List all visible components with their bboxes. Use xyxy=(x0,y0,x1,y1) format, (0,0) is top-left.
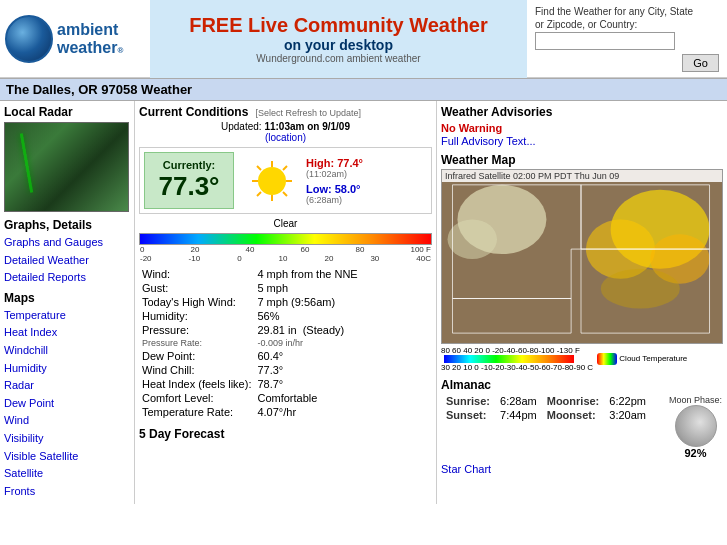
currently-box: Currently: 77.3° xyxy=(144,152,234,209)
scale-gradient xyxy=(444,355,574,363)
table-row: Temperature Rate: 4.07°/hr xyxy=(139,405,432,419)
currently-temp: 77.3° xyxy=(153,171,225,202)
scale-c-row: 30 20 10 0 -10-20-30-40-50-60-70-80-90 C xyxy=(441,363,593,372)
logo-ambient: ambient xyxy=(57,21,123,39)
logo-globe-icon xyxy=(5,15,53,63)
sidebar-link-temperature[interactable]: Temperature xyxy=(4,307,130,325)
moonset-value: 3:20am xyxy=(604,408,651,422)
sidebar-link-fronts[interactable]: Fronts xyxy=(4,483,130,501)
table-row: Sunrise: 6:28am Moonrise: 6:22pm xyxy=(441,394,651,408)
banner-area: FREE Live Community Weather on your desk… xyxy=(150,0,527,78)
almanac-box: Sunrise: 6:28am Moonrise: 6:22pm Sunset:… xyxy=(441,394,723,459)
sidebar-link-detailed-weather[interactable]: Detailed Weather xyxy=(4,252,130,270)
wind-label: Wind: xyxy=(139,267,254,281)
sidebar-link-detailed-reports[interactable]: Detailed Reports xyxy=(4,269,130,287)
table-row: Pressure:Pressure Rate: 29.81 in (Steady… xyxy=(139,323,432,349)
sun-icon xyxy=(250,159,294,203)
almanac-data: Sunrise: 6:28am Moonrise: 6:22pm Sunset:… xyxy=(441,394,664,422)
find-label: Find the Weather for any City, State xyxy=(535,6,719,17)
svg-line-6 xyxy=(283,192,287,196)
high-wind-label: Today's High Wind: xyxy=(139,295,254,309)
banner-line2: on your desktop xyxy=(189,37,488,53)
sidebar-link-wind[interactable]: Wind xyxy=(4,412,130,430)
almanac-title: Almanac xyxy=(441,378,723,392)
star-chart-link[interactable]: Star Chart xyxy=(441,463,723,475)
sunset-value: 7:44pm xyxy=(495,408,542,422)
heat-index-label: Heat Index (feels like): xyxy=(139,377,254,391)
table-row: Sunset: 7:44pm Moonset: 3:20am xyxy=(441,408,651,422)
pressure-rate-value: -0.009 in/hr xyxy=(257,338,303,348)
conditions-box: Currently: 77.3° High: 77.4° (11: xyxy=(139,147,432,214)
go-button[interactable]: Go xyxy=(682,54,719,72)
high-time: (11:02am) xyxy=(306,169,363,179)
sidebar-link-visibility[interactable]: Visibility xyxy=(4,430,130,448)
updated-line: Updated: 11:03am on 9/1/09 xyxy=(139,121,432,132)
moon-container: Moon Phase: 92% xyxy=(668,394,723,459)
pressure-rate-label: Pressure Rate: xyxy=(142,338,202,348)
sky-condition: Clear xyxy=(139,218,432,229)
temp-rate-label: Temperature Rate: xyxy=(139,405,254,419)
dewpoint-value: 60.4° xyxy=(254,349,432,363)
high-temp: High: 77.4° xyxy=(306,157,363,169)
graphs-title: Graphs, Details xyxy=(4,218,130,232)
low-temp: Low: 58.0° xyxy=(306,183,363,195)
sidebar-link-visible-satellite[interactable]: Visible Satellite xyxy=(4,448,130,466)
svg-point-0 xyxy=(258,167,286,195)
conditions-title: Current Conditions xyxy=(139,105,248,119)
temp-rate-value: 4.07°/hr xyxy=(254,405,432,419)
windchill-label: Wind Chill: xyxy=(139,363,254,377)
cloud-temp-labels: Cloud Temperature xyxy=(597,353,687,365)
dewpoint-label: Dew Point: xyxy=(139,349,254,363)
pressure-value: 29.81 in (Steady)-0.009 in/hr xyxy=(254,323,432,349)
logo-weather: weather® xyxy=(57,39,123,57)
sidebar-link-radar[interactable]: Radar xyxy=(4,377,130,395)
map-overlay-title: Infrared Satellite 02:00 PM PDT Thu Jun … xyxy=(442,170,722,182)
banner-brands: Wunderground.com ambient weather xyxy=(189,53,488,64)
temp-label: Temperature xyxy=(642,354,687,363)
full-advisory-link[interactable]: Full Advisory Text... xyxy=(441,135,723,147)
city-title: The Dalles, OR 97058 Weather xyxy=(6,82,192,97)
sidebar-link-graphs-gauges[interactable]: Graphs and Gauges xyxy=(4,234,130,252)
moonrise-value: 6:22pm xyxy=(604,394,651,408)
moon-phase-label: Moon Phase: xyxy=(668,395,723,405)
moon-phase-percent: 92% xyxy=(668,447,723,459)
table-row: Humidity: 56% xyxy=(139,309,432,323)
table-row: Today's High Wind: 7 mph (9:56am) xyxy=(139,295,432,309)
table-row: Dew Point: 60.4° xyxy=(139,349,432,363)
radar-image xyxy=(4,122,129,212)
sunrise-value: 6:28am xyxy=(495,394,542,408)
sidebar-link-heat-index[interactable]: Heat Index xyxy=(4,324,130,342)
sidebar-link-dew-point[interactable]: Dew Point xyxy=(4,395,130,413)
scale-row-c: -20 -10 0 10 20 30 40C xyxy=(139,254,432,263)
gust-label: Gust: xyxy=(139,281,254,295)
comfort-value: Comfortable xyxy=(254,391,432,405)
humidity-label: Humidity: xyxy=(139,309,254,323)
pressure-label: Pressure:Pressure Rate: xyxy=(139,323,254,349)
updated-label: Updated: xyxy=(221,121,262,132)
svg-point-15 xyxy=(448,219,497,259)
city-bar: The Dalles, OR 97058 Weather xyxy=(0,78,727,101)
sidebar-link-satellite[interactable]: Satellite xyxy=(4,465,130,483)
weather-map-container: Infrared Satellite 02:00 PM PDT Thu Jun … xyxy=(441,169,723,344)
sidebar: Local Radar Graphs, Details Graphs and G… xyxy=(0,101,135,504)
select-refresh: [Select Refresh to Update] xyxy=(255,108,361,118)
low-time: (6:28am) xyxy=(306,195,363,205)
humidity-value: 56% xyxy=(254,309,432,323)
cloud-label: Cloud xyxy=(619,354,640,363)
sidebar-link-windchill[interactable]: Windchill xyxy=(4,342,130,360)
location-link[interactable]: (location) xyxy=(139,132,432,143)
svg-point-13 xyxy=(601,269,680,309)
logo-area: ambient weather® xyxy=(0,10,150,68)
heat-index-value: 78.7° xyxy=(254,377,432,391)
banner-line1: FREE Live Community Weather xyxy=(189,14,488,37)
no-warning: No Warning xyxy=(441,122,723,134)
search-input[interactable] xyxy=(535,32,675,50)
svg-line-5 xyxy=(257,166,261,170)
advisories-title: Weather Advisories xyxy=(441,105,723,119)
windchill-value: 77.3° xyxy=(254,363,432,377)
sidebar-link-humidity[interactable]: Humidity xyxy=(4,360,130,378)
table-row: Heat Index (feels like): 78.7° xyxy=(139,377,432,391)
moon-icon xyxy=(675,405,717,447)
table-row: Wind Chill: 77.3° xyxy=(139,363,432,377)
sunrise-label: Sunrise: xyxy=(441,394,495,408)
